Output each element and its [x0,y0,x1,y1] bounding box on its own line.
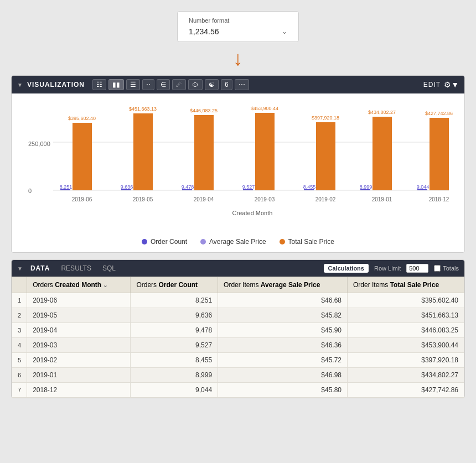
bar-group-6: $427,742.86 9,044 2018-12 [417,111,453,202]
table-row: 6 2019-01 8,999 $46.98 $434,802.27 [12,368,464,383]
table-view-btn[interactable]: ☰ [126,79,140,90]
page-container: Number format 1,234.56 ⌄ ↓ ▼ VISUALIZATI… [11,11,465,398]
cell-count-1: 8,251 [131,293,218,308]
row-num-6: 6 [12,368,27,383]
cell-avg-6: $46.98 [218,368,348,383]
legend-dot-total-sale [280,239,285,244]
cell-avg-5: $45.72 [218,353,348,368]
cell-month-1: 2019-06 [27,293,131,308]
svg-text:8,455: 8,455 [303,184,316,190]
map-btn[interactable]: ☯ [205,79,219,90]
svg-text:8,999: 8,999 [360,184,372,190]
chart-svg: 250,000 0 $395,602.40 8,251 2019-06 [23,105,454,226]
calculations-btn[interactable]: Calculations [324,264,369,273]
bar-group-1: $451,663.13 9,636 2019-05 [121,106,157,202]
th-created-month[interactable]: Orders Created Month ⌄ [27,277,131,293]
bar-chart-btn[interactable]: ▮▮ [108,79,124,90]
row-limit-label: Row Limit [374,265,401,272]
cell-month-6: 2019-01 [27,368,131,383]
th-order-count[interactable]: Orders Order Count [131,277,218,293]
svg-text:2019-04: 2019-04 [194,196,214,202]
grid-view-btn[interactable]: ☷ [92,79,106,90]
cell-total-5: $397,920.18 [347,353,464,368]
row-num-5: 5 [12,353,27,368]
table-row: 1 2019-06 8,251 $46.68 $395,602.40 [12,293,464,308]
collapse-data-icon[interactable]: ▼ [17,266,23,272]
edit-label: EDIT [423,81,441,89]
svg-text:2019-06: 2019-06 [72,196,92,202]
svg-rect-5 [73,123,92,190]
svg-rect-25 [316,122,335,190]
svg-text:9,478: 9,478 [182,184,194,190]
cell-avg-3: $45.90 [218,323,348,338]
bar-group-4: $397,920.18 8,455 2019-02 [303,115,339,202]
cell-total-3: $446,083.25 [347,323,464,338]
number-format-box: Number format 1,234.56 ⌄ [177,11,299,42]
svg-text:$397,920.18: $397,920.18 [312,115,339,121]
svg-text:9,636: 9,636 [121,184,133,190]
svg-text:$434,802.27: $434,802.27 [368,110,396,115]
svg-text:250,000: 250,000 [28,141,50,147]
data-panel: ▼ DATA RESULTS SQL Calculations Row Limi… [11,259,465,398]
svg-text:0: 0 [28,188,32,194]
table-row: 3 2019-04 9,478 $45.90 $446,083.25 [12,323,464,338]
viz-collapse-icon[interactable]: ▼ [17,82,23,88]
tab-sql[interactable]: SQL [99,263,119,273]
legend-label-order-count: Order Count [151,238,187,246]
area-chart-btn[interactable]: ☄ [172,79,186,90]
svg-rect-15 [194,115,214,190]
number-format-value: 1,234.56 [189,27,219,36]
cell-month-5: 2019-02 [27,353,131,368]
row-limit-input[interactable] [406,264,428,273]
table-row: 2 2019-05 9,636 $45.82 $451,663.13 [12,308,464,323]
svg-text:9,527: 9,527 [242,184,255,190]
cell-avg-2: $45.82 [218,308,348,323]
tab-results[interactable]: RESULTS [58,263,94,273]
legend-dot-avg-sale [200,239,206,244]
totals-label: Totals [434,265,459,272]
clock-btn[interactable]: ⏲ [188,79,203,90]
viz-edit: EDIT ⚙▼ [423,80,459,89]
svg-text:2019-01: 2019-01 [372,196,392,202]
cell-total-2: $451,663.13 [347,308,464,323]
visualization-panel: ▼ VISUALIZATION ☷ ▮▮ ☰ ⋅⋅ ∈ ☄ ⏲ ☯ 6 ⋯ ED… [11,75,465,253]
table-body: 1 2019-06 8,251 $46.68 $395,602.40 2 201… [12,293,464,398]
cell-month-7: 2018-12 [27,383,131,398]
svg-text:$395,602.40: $395,602.40 [68,116,96,121]
tab-data[interactable]: DATA [27,263,54,273]
row-num-4: 4 [12,338,27,353]
cell-month-2: 2019-05 [27,308,131,323]
viz-title: VISUALIZATION [27,81,85,89]
legend-avg-sale: Average Sale Price [200,238,266,246]
svg-rect-30 [372,117,392,190]
cell-total-7: $427,742.86 [347,383,464,398]
arrow-container: ↓ [233,42,243,75]
table-row: 5 2019-02 8,455 $45.72 $397,920.18 [12,353,464,368]
scatter-btn[interactable]: ⋅⋅ [142,79,154,90]
th-row-num [12,277,27,293]
legend-dot-order-count [142,239,147,244]
bar-group-2: $446,083.25 9,478 2019-04 [182,108,218,202]
th-avg-sale-price[interactable]: Order Items Average Sale Price [218,277,348,293]
svg-text:2019-05: 2019-05 [133,196,153,202]
svg-text:$427,742.86: $427,742.86 [425,111,453,116]
data-table: Orders Created Month ⌄ Orders Order Coun… [12,277,464,398]
th-total-sale-price[interactable]: Order Items Total Sale Price [347,277,464,293]
svg-text:$451,663.13: $451,663.13 [129,106,157,112]
down-arrow-icon: ↓ [233,49,243,69]
number-format-select[interactable]: 1,234.56 ⌄ [189,27,287,36]
row-num-3: 3 [12,323,27,338]
legend-label-total-sale: Total Sale Price [288,238,334,246]
svg-text:2018-12: 2018-12 [429,196,449,202]
gear-btn[interactable]: ⚙▼ [444,80,459,89]
hash-btn[interactable]: 6 [221,79,232,90]
line-chart-btn[interactable]: ∈ [157,79,170,90]
table-header-row: Orders Created Month ⌄ Orders Order Coun… [12,277,464,293]
more-btn[interactable]: ⋯ [235,79,249,90]
legend-total-sale: Total Sale Price [280,238,334,246]
data-header: ▼ DATA RESULTS SQL Calculations Row Limi… [12,260,464,277]
viz-header: ▼ VISUALIZATION ☷ ▮▮ ☰ ⋅⋅ ∈ ☄ ⏲ ☯ 6 ⋯ ED… [12,76,464,93]
svg-text:2019-02: 2019-02 [315,196,336,202]
svg-rect-10 [133,113,153,190]
totals-checkbox[interactable] [434,265,441,272]
